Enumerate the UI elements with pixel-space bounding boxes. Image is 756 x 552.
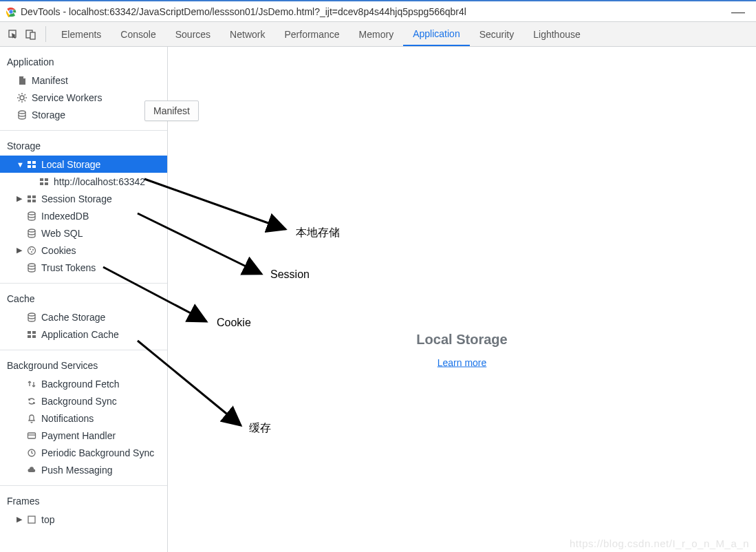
svg-line-47 [138, 341, 241, 425]
svg-line-46 [103, 267, 206, 321]
annotation-cache: 缓存 [249, 421, 271, 436]
annotation-session: Session [270, 268, 310, 281]
svg-line-44 [144, 179, 285, 229]
annotation-local-storage: 本地存储 [296, 226, 340, 240]
svg-line-45 [138, 213, 261, 274]
annotation-cookie: Cookie [217, 317, 251, 329]
annotation-arrow [0, 0, 756, 552]
watermark: https://blog.csdn.net/I_r_o_n_M_a_n [570, 538, 749, 549]
